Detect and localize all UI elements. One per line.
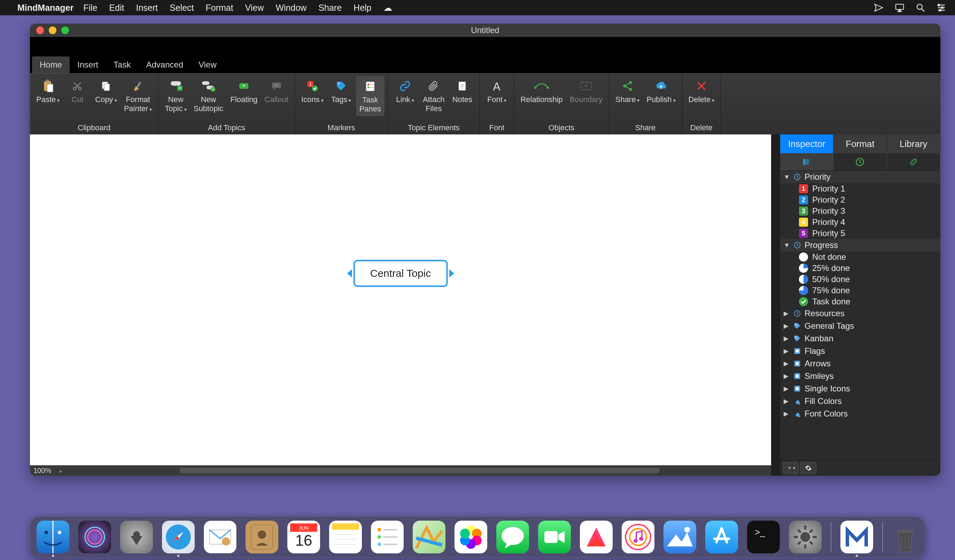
paste-button[interactable]: Paste — [33, 76, 63, 107]
topic-handle-right[interactable] — [449, 269, 454, 278]
icons-button[interactable]: 1 Icons — [299, 76, 326, 107]
marker-group-font-colors[interactable]: ▶Font Colors — [780, 407, 940, 420]
marker-item-progress-3[interactable]: 75% done — [780, 285, 940, 296]
dock-facetime[interactable] — [538, 521, 571, 554]
font-button[interactable]: A Font — [483, 76, 510, 107]
marker-group-resources[interactable]: ▶Resources — [780, 307, 940, 320]
marker-item-priority-3[interactable]: 3Priority 3 — [780, 205, 940, 217]
delete-button[interactable]: Delete — [686, 76, 717, 107]
statusbar-airplay-icon[interactable] — [894, 2, 905, 13]
link-button[interactable]: Link — [391, 76, 419, 107]
ribbon-tab-insert[interactable]: Insert — [70, 56, 106, 73]
dock-finder[interactable] — [36, 521, 69, 554]
marker-group-kanban[interactable]: ▶Kanban — [780, 332, 940, 345]
topic-handle-left[interactable] — [347, 269, 352, 278]
dock-appstore[interactable] — [705, 521, 738, 554]
marker-item-priority-1[interactable]: 1Priority 1 — [780, 183, 940, 194]
dock-messages[interactable] — [496, 521, 529, 554]
dock-siri[interactable] — [78, 521, 111, 554]
mindmap-canvas[interactable]: Central Topic — [30, 135, 771, 465]
dock-safari[interactable] — [162, 521, 195, 554]
dock-photos[interactable] — [454, 521, 487, 554]
task-panes-button[interactable]: Task Panes — [356, 76, 384, 116]
dock-mail[interactable] — [204, 521, 236, 554]
dock-calendar[interactable]: JUN16 — [287, 521, 320, 554]
side-tab-library[interactable]: Library — [887, 135, 940, 153]
central-topic-label[interactable]: Central Topic — [354, 260, 448, 287]
share-button[interactable]: Share — [613, 76, 643, 107]
titlebar[interactable]: Untitled — [30, 24, 940, 37]
marker-group-progress[interactable]: ▼ Progress — [780, 239, 940, 252]
marker-group-smileys[interactable]: ▶Smileys — [780, 370, 940, 382]
attach-files-button[interactable]: Attach Files — [420, 76, 447, 115]
side-tab-format[interactable]: Format — [833, 135, 887, 153]
subtab-link[interactable] — [887, 153, 940, 170]
marker-item-priority-4[interactable]: 4Priority 4 — [780, 217, 940, 228]
new-subtopic-button[interactable]: + New Subtopic — [191, 76, 226, 115]
subtab-markers[interactable] — [780, 153, 833, 170]
format-painter-button[interactable]: Format Painter — [121, 76, 155, 116]
marker-group-general-tags[interactable]: ▶General Tags — [780, 320, 940, 332]
boundary-button[interactable]: + Boundary — [567, 76, 605, 106]
new-topic-button[interactable]: + New Topic — [162, 76, 189, 116]
marker-group-flags[interactable]: ▶Flags — [780, 345, 940, 357]
publish-button[interactable]: Publish — [643, 76, 678, 107]
menu-file[interactable]: File — [83, 3, 97, 13]
dock-notes[interactable] — [329, 521, 362, 554]
horizontal-scrollbar[interactable] — [180, 468, 660, 473]
statusbar-control-center-icon[interactable] — [936, 2, 947, 13]
dock-landscape[interactable] — [664, 521, 696, 554]
dock-trash[interactable] — [892, 521, 919, 554]
menu-edit[interactable]: Edit — [109, 3, 124, 13]
copy-button[interactable]: Copy — [92, 76, 119, 107]
menu-select[interactable]: Select — [170, 3, 194, 13]
menu-format[interactable]: Format — [206, 3, 233, 13]
minimize-window-button[interactable] — [49, 27, 56, 34]
zoom-select[interactable]: 100% — [33, 467, 62, 475]
floating-button[interactable]: + Floating — [227, 76, 260, 106]
side-tab-inspector[interactable]: Inspector — [780, 135, 833, 153]
marker-group-priority[interactable]: ▼ Priority — [780, 171, 940, 183]
marker-item-progress-4[interactable]: Task done — [780, 296, 940, 307]
ribbon-tab-task[interactable]: Task — [106, 56, 138, 73]
dock-maps[interactable] — [413, 521, 445, 554]
dock-mindmanager[interactable] — [841, 521, 873, 554]
marker-item-progress-1[interactable]: 25% done — [780, 263, 940, 274]
statusbar-send-icon[interactable] — [874, 2, 884, 13]
add-marker-button[interactable]: ＋▾ — [783, 462, 799, 474]
dock-contacts[interactable] — [246, 521, 278, 554]
app-name[interactable]: MindManager — [17, 3, 74, 13]
tags-button[interactable]: Tags — [328, 76, 355, 107]
relationship-button[interactable]: Relationship — [518, 76, 565, 106]
dock-news[interactable] — [580, 521, 613, 554]
ribbon-tab-advanced[interactable]: Advanced — [138, 56, 191, 73]
dock-reminders[interactable] — [371, 521, 404, 554]
ribbon-tab-view[interactable]: View — [191, 56, 224, 73]
dock-settings[interactable] — [789, 521, 822, 554]
callout-button[interactable]: + Callout — [262, 76, 291, 106]
menu-share[interactable]: Share — [318, 3, 342, 13]
ribbon-tab-home[interactable]: Home — [32, 56, 70, 73]
marker-item-progress-0[interactable]: Not done — [780, 252, 940, 263]
statusbar-search-icon[interactable] — [915, 2, 926, 13]
marker-settings-button[interactable] — [800, 462, 816, 474]
menu-insert[interactable]: Insert — [136, 3, 158, 13]
marker-item-priority-2[interactable]: 2Priority 2 — [780, 194, 940, 205]
cut-button[interactable]: Cut — [64, 76, 91, 106]
menu-window[interactable]: Window — [276, 3, 307, 13]
notes-button[interactable]: Notes — [449, 76, 476, 106]
marker-group-single-icons[interactable]: ▶Single Icons — [780, 382, 940, 395]
dock-launchpad[interactable] — [120, 521, 153, 554]
marker-item-priority-5[interactable]: 5Priority 5 — [780, 228, 940, 239]
marker-group-arrows[interactable]: ▶Arrows — [780, 357, 940, 370]
zoom-window-button[interactable] — [61, 27, 69, 34]
marker-group-fill-colors[interactable]: ▶Fill Colors — [780, 395, 940, 407]
menu-cloud-icon[interactable]: ☁ — [384, 3, 392, 13]
marker-item-progress-2[interactable]: 50% done — [780, 274, 940, 285]
close-window-button[interactable] — [36, 27, 44, 34]
central-topic[interactable]: Central Topic — [354, 260, 448, 287]
menu-view[interactable]: View — [245, 3, 264, 13]
dock-terminal[interactable]: >_ — [747, 521, 780, 554]
subtab-task[interactable] — [833, 153, 887, 170]
dock-music[interactable] — [622, 521, 654, 554]
